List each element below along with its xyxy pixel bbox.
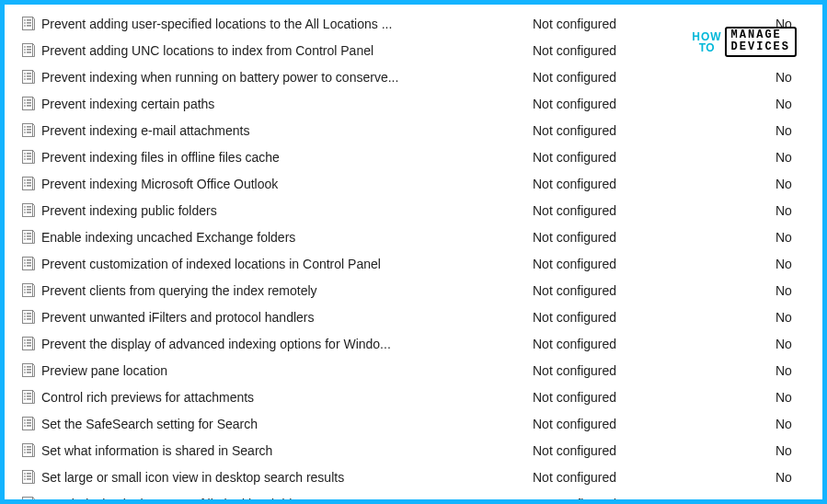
svg-rect-93 <box>27 366 31 367</box>
svg-point-71 <box>24 286 26 288</box>
policy-row[interactable]: Prevent indexing Microsoft Office Outloo… <box>5 170 822 197</box>
policy-name: Preview pane location <box>41 363 167 378</box>
policy-name: Set what information is shared in Search <box>41 443 272 458</box>
svg-point-61 <box>24 238 26 240</box>
policy-name: Prevent indexing e-mail attachments <box>41 123 249 138</box>
policy-settings-list[interactable]: Prevent adding user-specified locations … <box>5 5 822 504</box>
policy-comment: No <box>775 70 821 85</box>
svg-rect-62 <box>27 238 31 239</box>
policy-row[interactable]: Prevent indexing e-mail attachments Not … <box>5 117 822 143</box>
svg-rect-72 <box>27 286 31 287</box>
policy-name-cell: Prevent the display of advanced indexing… <box>21 337 533 351</box>
watermark-howto: HOW TO <box>692 31 721 53</box>
policy-comment: No <box>775 363 821 378</box>
policy-name-cell: Prevent unwanted iFilters and protocol h… <box>21 310 533 325</box>
svg-point-94 <box>24 369 26 371</box>
policy-setting-icon <box>21 497 36 505</box>
policy-state: Not configured <box>533 470 775 485</box>
svg-rect-128 <box>27 499 31 500</box>
svg-point-29 <box>24 126 26 128</box>
svg-point-106 <box>24 419 26 421</box>
svg-rect-51 <box>27 206 31 207</box>
svg-rect-6 <box>27 25 31 26</box>
svg-point-96 <box>24 372 26 373</box>
policy-row[interactable]: Prevent indexing public folders Not conf… <box>5 197 822 223</box>
svg-rect-11 <box>27 49 31 50</box>
watermark-to: TO <box>699 42 715 53</box>
policy-name: Prevent indexing certain paths <box>41 97 214 111</box>
policy-name: Stop indexing in the event of limited ha… <box>41 497 343 505</box>
svg-rect-104 <box>27 398 31 399</box>
watermark-devices: DEVICES <box>731 41 790 53</box>
svg-point-99 <box>24 393 26 395</box>
svg-rect-116 <box>27 449 31 450</box>
svg-rect-18 <box>27 75 31 76</box>
policy-row[interactable]: Prevent customization of indexed locatio… <box>5 250 822 277</box>
policy-name: Enable indexing uncached Exchange folder… <box>41 230 295 245</box>
svg-rect-55 <box>27 212 31 212</box>
policy-state: Not configured <box>533 257 775 271</box>
policy-state: Not configured <box>533 363 775 378</box>
policy-state: Not configured <box>533 310 775 325</box>
policy-state: Not configured <box>533 283 775 298</box>
svg-rect-130 <box>27 502 31 503</box>
svg-point-22 <box>24 99 26 101</box>
svg-point-59 <box>24 235 26 237</box>
watermark-box: MANAGE DEVICES <box>725 27 797 57</box>
svg-point-110 <box>24 425 26 427</box>
svg-rect-67 <box>27 262 31 263</box>
svg-point-68 <box>24 265 26 267</box>
svg-point-19 <box>24 78 26 80</box>
policy-row[interactable]: Prevent indexing certain paths Not confi… <box>5 90 822 117</box>
svg-point-15 <box>24 73 26 74</box>
svg-rect-74 <box>27 289 31 290</box>
policy-row[interactable]: Set the SafeSearch setting for Search No… <box>5 410 822 437</box>
policy-comment: No <box>775 390 821 405</box>
policy-state: Not configured <box>533 230 775 245</box>
policy-row[interactable]: Control rich previews for attachments No… <box>5 384 822 410</box>
svg-point-26 <box>24 105 26 107</box>
policy-row[interactable]: Preview pane location Not configured No <box>5 357 822 384</box>
policy-name: Prevent customization of indexed locatio… <box>41 257 381 271</box>
policy-row[interactable]: Prevent indexing when running on battery… <box>5 63 822 90</box>
policy-state: Not configured <box>533 203 775 218</box>
policy-row[interactable]: Stop indexing in the event of limited ha… <box>5 490 822 504</box>
policy-name-cell: Enable indexing uncached Exchange folder… <box>21 230 533 245</box>
svg-rect-107 <box>27 419 31 420</box>
svg-point-82 <box>24 318 26 320</box>
policy-row[interactable]: Set what information is shared in Search… <box>5 437 822 464</box>
policy-row[interactable]: Prevent clients from querying the index … <box>5 277 822 304</box>
svg-rect-27 <box>27 105 31 106</box>
svg-rect-41 <box>27 158 31 159</box>
svg-point-43 <box>24 179 26 181</box>
policy-name-cell: Prevent adding UNC locations to index fr… <box>21 43 533 58</box>
policy-name: Control rich previews for attachments <box>41 390 254 405</box>
policy-setting-icon <box>21 363 36 378</box>
svg-point-54 <box>24 212 26 213</box>
policy-row[interactable]: Prevent the display of advanced indexing… <box>5 330 822 357</box>
policy-setting-icon <box>21 203 36 218</box>
svg-point-124 <box>24 478 26 480</box>
policy-name: Prevent indexing when running on battery… <box>41 70 398 85</box>
policy-setting-icon <box>21 390 36 405</box>
svg-rect-102 <box>27 395 31 396</box>
svg-rect-114 <box>27 446 31 447</box>
policy-row[interactable]: Prevent unwanted iFilters and protocol h… <box>5 304 822 330</box>
policy-comment: No <box>775 257 821 271</box>
svg-rect-90 <box>27 345 31 346</box>
policy-comment: No <box>775 310 821 325</box>
svg-rect-65 <box>27 259 31 260</box>
policy-state: Not configured <box>533 417 775 431</box>
svg-rect-4 <box>27 22 31 23</box>
policy-row[interactable]: Set large or small icon view in desktop … <box>5 464 822 490</box>
policy-state: Not configured <box>533 443 775 458</box>
policy-setting-icon <box>21 257 36 271</box>
svg-rect-48 <box>27 185 31 186</box>
policy-comment: No <box>775 177 821 191</box>
policy-name: Prevent adding UNC locations to index fr… <box>41 43 373 58</box>
svg-point-3 <box>24 22 26 24</box>
svg-point-52 <box>24 209 26 211</box>
policy-row[interactable]: Prevent indexing files in offline files … <box>5 143 822 170</box>
policy-name: Set large or small icon view in desktop … <box>41 470 344 485</box>
policy-row[interactable]: Enable indexing uncached Exchange folder… <box>5 223 822 250</box>
